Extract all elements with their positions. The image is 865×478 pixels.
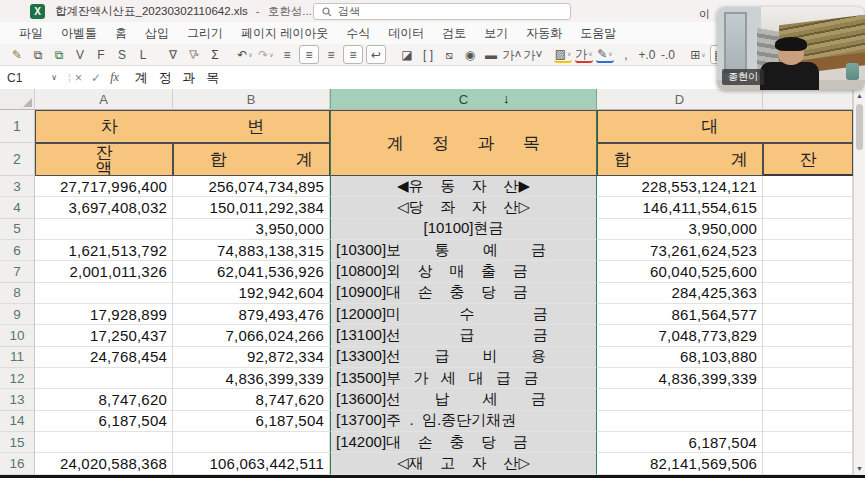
cell-B2-total-label[interactable]: 합 계 [173,143,330,176]
cell-E2-balance-partial[interactable]: 잔 [763,143,853,176]
cell-C8[interactable]: [10900]대 손 충 당 금 [330,283,597,304]
cell-B8[interactable]: 192,942,604 [173,283,330,304]
cell-E13[interactable] [763,389,853,410]
wrap-text-icon[interactable]: ↩ [366,45,386,64]
confirm-entry-icon[interactable]: ✓ [91,71,101,85]
menu-tab-1[interactable]: 아벨툴 [52,25,106,42]
name-box-dropdown-icon[interactable]: ∨ [51,73,57,82]
font-size-down-icon[interactable]: 가˅ [524,46,542,63]
cell-C7[interactable]: [10800]외 상 매 출 금 [330,261,597,282]
name-box[interactable]: C1 ∨ [0,66,64,89]
cell-E4[interactable] [763,197,853,218]
cell-B15[interactable] [173,432,330,453]
cell-C12[interactable]: [13500]부 가 세 대 급 금 [330,368,597,389]
row-header-16[interactable]: 16 [0,453,35,474]
cell-D15[interactable]: 6,187,504 [597,432,763,453]
cell-B9[interactable]: 879,493,476 [173,304,330,325]
row-header-12[interactable]: 12 [0,368,35,389]
cell-B12[interactable]: 4,836,399,339 [173,368,330,389]
cell-D6[interactable]: 73,261,624,523 [597,240,763,261]
circled-style-icon[interactable]: ◉ [461,46,479,63]
menu-tab-10[interactable]: 자동화 [517,25,571,42]
row-header-14[interactable]: 14 [0,411,35,432]
cell-B16[interactable]: 106,063,442,511 [173,453,330,474]
vertical-scrollbar[interactable]: ▲ ▼ [853,89,865,475]
cell-A3[interactable]: 27,717,996,400 [35,176,173,197]
cell-B3[interactable]: 256,074,734,895 [173,176,330,197]
cell-A14[interactable]: 6,187,504 [35,411,173,432]
cell-C6[interactable]: [10300]보 통 예 금 [330,240,597,261]
cell-E10[interactable] [763,325,853,346]
excel-app-icon[interactable]: X [30,4,45,19]
menu-tab-11[interactable]: 도움말 [571,25,625,42]
cell-B10[interactable]: 7,066,024,266 [173,325,330,346]
macro-v-button[interactable]: V [71,46,89,63]
menu-tab-7[interactable]: 데이터 [379,25,433,42]
cell-A8[interactable] [35,283,173,304]
align-left-icon[interactable]: ≡ [278,46,296,63]
cell-A12[interactable] [35,368,173,389]
cell-E7[interactable] [763,261,853,282]
menu-tab-8[interactable]: 검토 [433,25,475,42]
cell-A11[interactable]: 24,768,454 [35,347,173,368]
file-name[interactable]: 합계잔액시산표_20230302110642.xls [55,4,248,19]
cell-D7[interactable]: 60,040,525,600 [597,261,763,282]
cell-B13[interactable]: 8,747,620 [173,389,330,410]
cell-C16[interactable]: ◁재 고 자 산▷ [330,453,597,474]
column-header-E[interactable] [763,89,853,109]
cell-D2-total-label[interactable]: 합 계 [597,143,763,176]
menu-tab-9[interactable]: 보기 [475,25,517,42]
cell-C1-account-title[interactable]: 계 정 과 목 [330,110,597,176]
cell-A15[interactable] [35,432,173,453]
menu-tab-4[interactable]: 그리기 [178,25,232,42]
cell-D13[interactable] [597,389,763,410]
cell-D11[interactable]: 68,103,880 [597,347,763,368]
cell-E14[interactable] [763,411,853,432]
cell-E6[interactable] [763,240,853,261]
cell-A16[interactable]: 24,020,588,368 [35,453,173,474]
cancel-entry-icon[interactable]: × [75,71,82,85]
filter-icon[interactable]: ∇ [164,46,182,63]
row-header-10[interactable]: 10 [0,325,35,346]
unmerge-cells-icon[interactable]: [ ] [419,46,437,63]
column-header-B[interactable]: B [173,89,330,109]
merge-cells-icon[interactable]: ◪ [398,46,416,63]
scroll-down-icon[interactable]: ▼ [854,462,865,475]
cell-A5[interactable] [35,219,173,240]
column-header-A[interactable]: A [35,89,173,109]
row-header-1[interactable]: 1 [0,110,35,143]
borders-icon[interactable]: ⊞∨ [689,46,707,63]
cell-E8[interactable] [763,283,853,304]
cell-A13[interactable]: 8,747,620 [35,389,173,410]
row-header-8[interactable]: 8 [0,283,35,304]
paste-cells-icon[interactable]: ⧉ [50,46,68,63]
cell-C4[interactable]: ◁당 좌 자 산▷ [330,197,597,218]
cell-A4[interactable]: 3,697,408,032 [35,197,173,218]
cell-C13[interactable]: [13600]선 납 세 금 [330,389,597,410]
cell-D1-credit-title[interactable]: 대 [597,110,853,143]
formula-content[interactable]: 계 정 과 목 [125,69,220,87]
cell-B4[interactable]: 150,011,292,384 [173,197,330,218]
macro-s-button[interactable]: S [113,46,131,63]
cell-D16[interactable]: 82,141,569,506 [597,453,763,474]
cell-C5[interactable]: [10100]현금 [330,219,597,240]
cell-E11[interactable] [763,347,853,368]
cell-A6[interactable]: 1,621,513,792 [35,240,173,261]
cell-A7[interactable]: 2,001,011,326 [35,261,173,282]
fill-color-icon[interactable]: ▨∨ [554,47,572,63]
cell-B5[interactable]: 3,950,000 [173,219,330,240]
cell-D14[interactable] [597,411,763,432]
row-header-5[interactable]: 5 [0,219,35,240]
macro-l-button[interactable]: L [134,46,152,63]
scroll-up-icon[interactable]: ▲ [854,89,865,102]
cell-B11[interactable]: 92,872,334 [173,347,330,368]
cell-D4[interactable]: 146,411,554,615 [597,197,763,218]
menu-tab-3[interactable]: 삽입 [136,25,178,42]
black-fill-icon[interactable]: ▬ [482,46,500,63]
row-header-4[interactable]: 4 [0,197,35,218]
redo-icon[interactable]: ↷∨ [257,46,275,63]
row-header-15[interactable]: 15 [0,432,35,453]
menu-tab-6[interactable]: 수식 [337,25,379,42]
cell-D3[interactable]: 228,553,124,121 [597,176,763,197]
search-input[interactable]: 검색 [313,3,571,20]
